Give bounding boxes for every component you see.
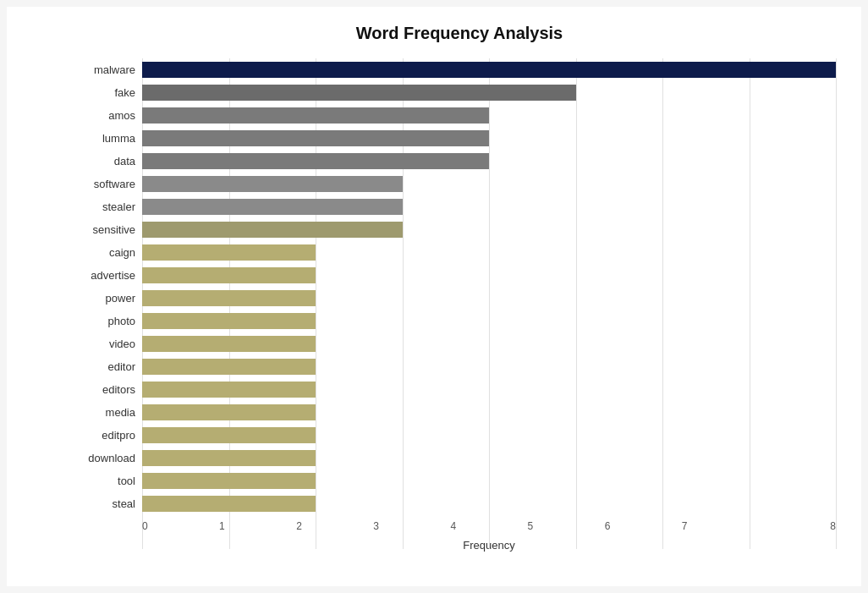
bar-label: editors: [83, 383, 142, 396]
bar-track: [142, 496, 836, 512]
bar-track: [142, 382, 836, 398]
bar-track: [142, 313, 836, 329]
bar-fill: [142, 473, 316, 489]
bar-row: advertise: [83, 264, 836, 287]
bar-fill: [142, 313, 316, 329]
bar-row: video: [83, 332, 836, 355]
bar-label: caign: [83, 246, 142, 259]
bar-fill: [142, 496, 316, 512]
bar-track: [142, 222, 836, 238]
bar-fill: [142, 62, 836, 78]
chart-container: Word Frequency Analysis malwarefakeamosl…: [7, 7, 861, 586]
bar-label: video: [83, 338, 142, 350]
bar-row: sensitive: [83, 218, 836, 241]
x-tick: 7: [682, 520, 759, 532]
bar-track: [142, 359, 836, 375]
bar-track: [142, 85, 836, 101]
bar-fill: [142, 85, 576, 101]
bar-fill: [142, 404, 316, 420]
bar-label: editpro: [83, 429, 142, 442]
bar-label: editor: [83, 360, 142, 373]
bar-label: tool: [83, 475, 142, 487]
bar-fill: [142, 359, 316, 375]
bar-row: editors: [83, 378, 836, 401]
bar-row: power: [83, 287, 836, 310]
bar-track: [142, 450, 836, 466]
bar-track: [142, 336, 836, 352]
bar-label: advertise: [83, 269, 142, 282]
bar-track: [142, 153, 836, 169]
bar-label: photo: [83, 315, 142, 327]
x-tick: 2: [296, 520, 373, 532]
bar-fill: [142, 290, 316, 306]
bar-row: fake: [83, 81, 836, 104]
bar-label: download: [83, 452, 142, 464]
bar-fill: [142, 336, 316, 352]
bar-fill: [142, 176, 403, 192]
bar-fill: [142, 153, 489, 169]
bar-row: steal: [83, 492, 836, 515]
bar-fill: [142, 427, 316, 443]
bar-row: caign: [83, 241, 836, 264]
x-tick: 8: [759, 520, 836, 532]
bar-row: malware: [83, 58, 836, 81]
bar-row: software: [83, 173, 836, 195]
bar-label: steal: [83, 497, 142, 510]
bars-wrapper: malwarefakeamoslummadatasoftwarestealers…: [83, 58, 836, 515]
bar-fill: [142, 199, 403, 215]
bar-track: [142, 62, 836, 78]
bar-fill: [142, 107, 489, 124]
chart-title: Word Frequency Analysis: [83, 24, 836, 43]
x-tick: 0: [142, 520, 219, 532]
bar-label: power: [83, 292, 142, 305]
bar-fill: [142, 267, 316, 283]
x-tick: 6: [605, 520, 682, 532]
bar-fill: [142, 244, 316, 261]
bar-row: editor: [83, 355, 836, 378]
bar-track: [142, 267, 836, 283]
bar-label: software: [83, 178, 142, 190]
bar-row: lumma: [83, 127, 836, 150]
bar-fill: [142, 222, 403, 238]
bar-track: [142, 244, 836, 261]
bar-label: sensitive: [83, 223, 142, 236]
bar-fill: [142, 450, 316, 466]
bar-label: amos: [83, 109, 142, 122]
bar-track: [142, 130, 836, 146]
x-tick: 4: [450, 520, 527, 532]
bar-label: malware: [83, 63, 142, 76]
bar-label: fake: [83, 86, 142, 99]
bar-row: media: [83, 401, 836, 424]
x-tick: 5: [528, 520, 605, 532]
bar-row: download: [83, 447, 836, 469]
bar-track: [142, 427, 836, 443]
bar-track: [142, 290, 836, 306]
bar-row: photo: [83, 310, 836, 332]
bar-label: lumma: [83, 132, 142, 145]
bar-track: [142, 176, 836, 192]
bar-fill: [142, 130, 489, 146]
bar-row: editpro: [83, 424, 836, 447]
bar-label: media: [83, 406, 142, 419]
x-tick: 1: [219, 520, 296, 532]
bar-track: [142, 199, 836, 215]
bar-row: amos: [83, 104, 836, 127]
bar-label: stealer: [83, 200, 142, 213]
bar-track: [142, 473, 836, 489]
grid-line: [836, 58, 837, 549]
bar-row: stealer: [83, 195, 836, 218]
chart-area: malwarefakeamoslummadatasoftwarestealers…: [83, 58, 836, 549]
bar-row: data: [83, 150, 836, 173]
bar-label: data: [83, 155, 142, 167]
bar-row: tool: [83, 469, 836, 492]
bar-fill: [142, 382, 316, 398]
x-tick: 3: [373, 520, 450, 532]
bar-track: [142, 107, 836, 124]
bar-track: [142, 404, 836, 420]
x-label: Frequency: [142, 539, 836, 552]
x-axis: 012345678: [142, 520, 836, 532]
